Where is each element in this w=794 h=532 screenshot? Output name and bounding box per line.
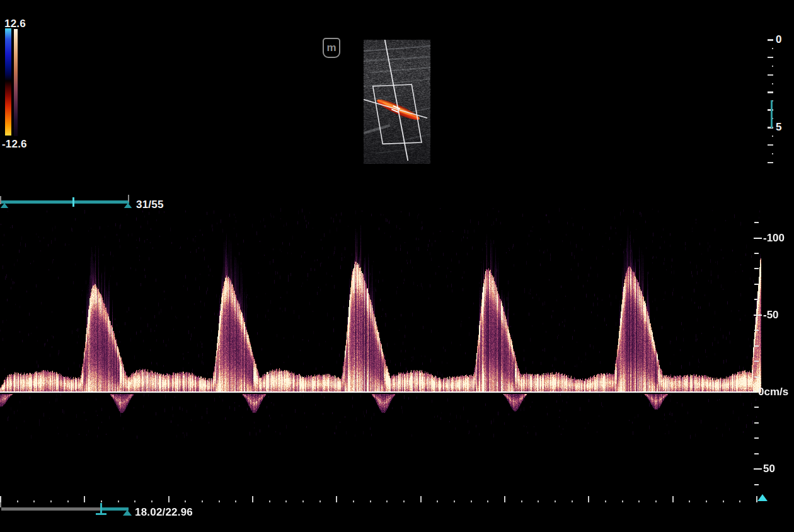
depth-tick bbox=[768, 74, 773, 76]
time-dot-tick bbox=[622, 500, 623, 502]
time-major-tick bbox=[756, 496, 757, 502]
depth-dot bbox=[772, 66, 773, 67]
time-dot-tick bbox=[118, 500, 119, 502]
doppler-baseline[interactable] bbox=[0, 391, 757, 393]
cine-bar-fill[interactable] bbox=[1, 200, 129, 204]
time-major-tick bbox=[336, 496, 337, 502]
time-major-tick bbox=[0, 496, 1, 502]
time-dot-tick bbox=[538, 500, 539, 502]
depth-dot bbox=[772, 48, 773, 49]
time-dot-tick bbox=[285, 500, 287, 502]
depth-tick bbox=[768, 144, 773, 146]
time-dot-tick bbox=[353, 500, 354, 502]
time-dot-tick bbox=[471, 500, 472, 502]
ultrasound-screen: 12.6 -12.6 m 31/55 18.02/22.96 05-100-50… bbox=[0, 0, 794, 532]
depth-focus-marker[interactable] bbox=[771, 100, 773, 128]
depth-tick bbox=[768, 57, 773, 59]
doppler-colorbar bbox=[5, 28, 11, 136]
time-dot-tick bbox=[202, 500, 203, 502]
time-dot-tick bbox=[302, 500, 304, 502]
time-dot-tick bbox=[67, 500, 69, 502]
depth-dot bbox=[772, 153, 773, 154]
depth-label: 5 bbox=[776, 121, 781, 134]
time-dot-tick bbox=[706, 500, 707, 502]
color-scale-max-label: 12.6 bbox=[4, 18, 26, 29]
velocity-label: 50 bbox=[763, 463, 775, 475]
velocity-minor-tick bbox=[754, 484, 759, 485]
time-dot-tick bbox=[386, 500, 388, 502]
cine-bar-right-edge-tick bbox=[128, 195, 129, 202]
velocity-minor-tick bbox=[754, 361, 759, 362]
velocity-label: -100 bbox=[763, 232, 785, 245]
velocity-major-tick bbox=[754, 468, 762, 470]
depth-tick bbox=[768, 162, 773, 164]
time-major-tick bbox=[504, 496, 505, 502]
time-dot-tick bbox=[370, 500, 371, 502]
time-window-start-handle[interactable] bbox=[100, 503, 102, 514]
depth-tick bbox=[768, 39, 773, 41]
time-dot-tick bbox=[437, 500, 438, 502]
velocity-minor-tick bbox=[754, 437, 759, 439]
depth-dot bbox=[772, 136, 773, 137]
time-dot-tick bbox=[723, 500, 724, 502]
time-dot-tick bbox=[638, 500, 640, 502]
velocity-minor-tick bbox=[754, 376, 759, 378]
time-dot-tick bbox=[101, 500, 102, 502]
time-dot-tick bbox=[689, 500, 690, 502]
cine-position-tick[interactable] bbox=[72, 197, 74, 207]
time-dot-tick bbox=[33, 500, 35, 502]
vendor-logo-icon: m bbox=[323, 38, 340, 58]
velocity-minor-tick bbox=[754, 407, 759, 408]
time-dot-tick bbox=[235, 500, 236, 502]
sweep-position-marker bbox=[757, 494, 768, 501]
time-dot-tick bbox=[50, 500, 52, 502]
velocity-minor-tick bbox=[754, 268, 759, 269]
bmode-thumbnail[interactable] bbox=[364, 40, 430, 164]
time-major-tick bbox=[672, 496, 674, 502]
time-window-end-handle[interactable] bbox=[123, 510, 132, 516]
time-window-start-base bbox=[96, 513, 106, 515]
time-dot-tick bbox=[487, 500, 488, 502]
velocity-label: -50 bbox=[763, 309, 779, 321]
depth-label: 0 bbox=[776, 33, 781, 46]
velocity-minor-tick bbox=[754, 345, 759, 347]
time-dot-tick bbox=[454, 500, 455, 502]
velocity-minor-tick bbox=[754, 253, 759, 254]
time-dot-tick bbox=[521, 500, 522, 502]
velocity-minor-tick bbox=[754, 299, 759, 300]
time-dot-tick bbox=[739, 500, 740, 502]
time-dot-tick bbox=[17, 500, 18, 502]
time-dot-tick bbox=[319, 500, 321, 502]
depth-tick bbox=[768, 91, 773, 93]
velocity-major-tick bbox=[754, 238, 762, 239]
velocity-minor-tick bbox=[754, 453, 759, 454]
vendor-logo-letter: m bbox=[326, 42, 336, 53]
velocity-major-tick bbox=[754, 315, 762, 316]
color-scale-min-label: -12.6 bbox=[2, 139, 27, 149]
velocity-minor-tick bbox=[754, 284, 759, 285]
time-major-tick bbox=[84, 496, 85, 502]
time-dot-tick bbox=[655, 500, 657, 502]
velocity-label: 0cm/s bbox=[758, 386, 788, 398]
time-dot-tick bbox=[403, 500, 405, 502]
time-major-tick bbox=[168, 496, 170, 502]
time-bar-elapsed[interactable] bbox=[1, 507, 101, 511]
time-dot-tick bbox=[151, 500, 152, 502]
velocity-minor-tick bbox=[754, 330, 759, 331]
time-major-tick bbox=[252, 496, 253, 502]
depth-dot bbox=[772, 83, 773, 84]
time-dot-tick bbox=[555, 500, 556, 502]
time-major-tick bbox=[588, 496, 589, 502]
time-dot-tick bbox=[134, 500, 135, 502]
time-dot-tick bbox=[269, 500, 270, 502]
time-dot-tick bbox=[605, 500, 606, 502]
time-dot-tick bbox=[185, 500, 186, 502]
velocity-minor-tick bbox=[754, 222, 759, 223]
velocity-minor-tick bbox=[754, 422, 759, 424]
time-counter: 18.02/22.96 bbox=[135, 507, 193, 518]
time-dot-tick bbox=[219, 500, 220, 502]
spectral-doppler-display bbox=[0, 208, 761, 532]
time-major-tick bbox=[420, 496, 422, 502]
time-dot-tick bbox=[572, 500, 573, 502]
spectral-colorbar bbox=[14, 29, 18, 136]
